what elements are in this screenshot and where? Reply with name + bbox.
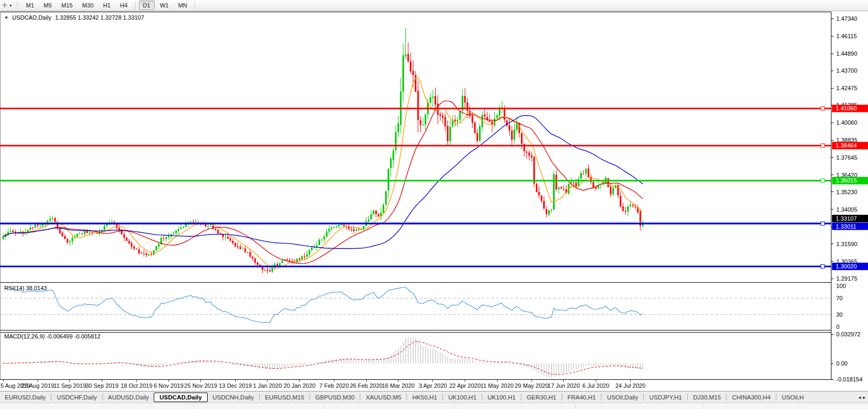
hline-price-label: 1.41060 (836, 105, 857, 111)
date-axis-label: 3 Apr 2020 (419, 382, 447, 389)
date-axis-label: 7 Feb 2020 (320, 382, 349, 389)
chart-tab-uk100-h1[interactable]: UK100,H1 (483, 393, 520, 402)
chart-tab-audusd-daily[interactable]: AUDUSD,Daily (103, 393, 154, 402)
date-axis-label: 25 Nov 2019 (184, 382, 217, 389)
chart-tab-gbpusd-m30[interactable]: GBPUSD,M30 (311, 393, 359, 402)
chart-tab-uk100-h1[interactable]: UK100,H1 (444, 393, 481, 402)
chart-tab-usdchf-daily[interactable]: USDCHF,Daily (52, 393, 101, 402)
price-axis-label: 1.31590 (836, 241, 857, 247)
mt4-chart-window: ✛ ▾ M1M5M15M30H1H4D1W1MN 1.473401.461151… (0, 0, 868, 409)
price-axis-label: 1.35230 (836, 189, 857, 195)
price-axis-label: 1.40060 (836, 119, 857, 126)
hline-price-label: 1.36015 (836, 177, 857, 184)
date-axis-label: 29 May 2020 (515, 382, 548, 389)
date-axis-label: 11 May 2020 (481, 382, 514, 389)
tab-scroll-right-button[interactable]: ▸ (863, 395, 865, 400)
chart-tab-usdcad-daily[interactable]: USDCAD,Daily (154, 393, 208, 402)
chart-tab-usoil-daily[interactable]: USOil,Daily (602, 393, 643, 402)
macd-axis-label: 0.032972 (836, 331, 861, 337)
ohlc-values: 1.32855 1.33242 1.32728 1.33107 (55, 14, 144, 21)
chart-tab-bar: EURUSD,DailyUSDCHF,DailyAUDUSD,DailyUSDC… (0, 391, 868, 403)
price-axis-label: 1.43700 (836, 67, 857, 74)
chart-tab-eurusd-m15[interactable]: EURUSD,M15 (260, 393, 309, 402)
price-axis-label: 1.29175 (836, 275, 857, 282)
rsi-axis-label: 30 (836, 311, 843, 318)
status-strip (0, 403, 868, 409)
date-axis-label: 23 Aug 2019 (21, 382, 54, 389)
rsi-axis-label: 70 (836, 295, 843, 301)
chart-tab-hk50-h1[interactable]: HK50,H1 (408, 393, 442, 402)
date-axis-label: 30 Sep 2019 (85, 382, 118, 389)
chart-tab-usdjpy-h1[interactable]: USDJPY,H1 (644, 393, 687, 402)
hline-price-label: 1.30020 (836, 263, 857, 269)
price-chart-canvas[interactable]: 1.473401.461151.448901.437001.424751.412… (0, 0, 868, 409)
line-anchor-handle[interactable] (821, 222, 825, 225)
price-axis-label: 1.34005 (836, 206, 857, 213)
candlestick-series (3, 28, 644, 274)
date-axis-label: 17 Jun 2020 (548, 382, 580, 389)
chart-tab-usdcnh-daily[interactable]: USDCNH,Daily (208, 393, 259, 402)
chart-tabs: EURUSD,DailyUSDCHF,DailyAUDUSD,DailyUSDC… (0, 393, 809, 402)
macd-histogram (3, 337, 643, 378)
rsi-indicator-label: RSI(14) 38.0143 (4, 285, 47, 291)
macd-indicator-label: MACD(12,26,9) -0.006499 -0.005812 (4, 333, 101, 340)
date-axis-label: 20 Jan 2020 (284, 382, 316, 389)
rsi-axis-label: 100 (836, 283, 846, 289)
price-axis-label: 1.42475 (836, 85, 857, 91)
tab-scroll-left-button[interactable]: ◂ (858, 395, 861, 400)
ma-line-21 (3, 101, 643, 264)
date-axis-label: 22 Apr 2020 (449, 382, 481, 389)
date-axis-label: 6 Jul 2020 (582, 382, 609, 389)
date-axis-label: 24 Jul 2020 (615, 382, 645, 389)
chart-tab-dj30-m15[interactable]: DJ30,M15 (688, 393, 725, 402)
price-axis-label: 1.37645 (836, 154, 857, 161)
date-axis-label: 13 Dec 2019 (219, 382, 252, 389)
macd-axis-label: 0.00 (836, 360, 847, 367)
rsi-line (6, 288, 643, 323)
ma-line-55 (3, 116, 643, 249)
hline-price-label: 1.38464 (836, 142, 857, 149)
chart-tab-usoil-h[interactable]: USOil,H (777, 393, 809, 402)
chart-tab-eurusd-daily[interactable]: EURUSD,Daily (0, 393, 50, 402)
current-price-label: 1.33107 (836, 215, 857, 222)
ma-line-8 (3, 77, 643, 268)
rsi-axis-label: 0 (836, 324, 839, 330)
tab-scroll-arrows: ◂ ▸ (857, 391, 867, 403)
chart-tab-xauusd-m5[interactable]: XAUUSD,M5 (361, 393, 406, 402)
symbol-label: USDCAD,Daily (12, 14, 51, 21)
line-anchor-handle[interactable] (821, 107, 825, 110)
price-axis-label: 1.44890 (836, 50, 857, 57)
chart-tab-china300-h4[interactable]: CHINA300,H4 (727, 393, 775, 402)
macd-axis-label: -0.018154 (836, 376, 863, 382)
date-axis-label: 1 Jan 2020 (253, 382, 281, 389)
line-anchor-handle[interactable] (821, 144, 825, 147)
symbol-dropdown-icon[interactable]: ▼ (4, 15, 8, 20)
date-axis-label: 18 Oct 2019 (121, 382, 153, 389)
macd-signal-line (3, 342, 643, 375)
hline-price-label: 1.33011 (836, 223, 856, 230)
chart-tab-fra40-h1[interactable]: FRA40,H1 (563, 393, 601, 402)
date-axis-label: 6 Nov 2019 (154, 382, 183, 389)
date-axis-label: 11 Sep 2019 (54, 382, 86, 389)
date-axis-label: 26 Feb 2020 (350, 382, 383, 389)
price-axis-label: 1.47340 (836, 15, 857, 22)
date-axis-label: 16 Mar 2020 (382, 382, 415, 389)
line-anchor-handle[interactable] (821, 265, 825, 268)
line-anchor-handle[interactable] (821, 179, 825, 182)
price-axis-label: 1.46115 (836, 33, 857, 39)
chart-title: ▼ USDCAD,Daily 1.32855 1.33242 1.32728 1… (4, 14, 144, 21)
chart-tab-ger30-h1[interactable]: GER30,H1 (522, 393, 561, 402)
